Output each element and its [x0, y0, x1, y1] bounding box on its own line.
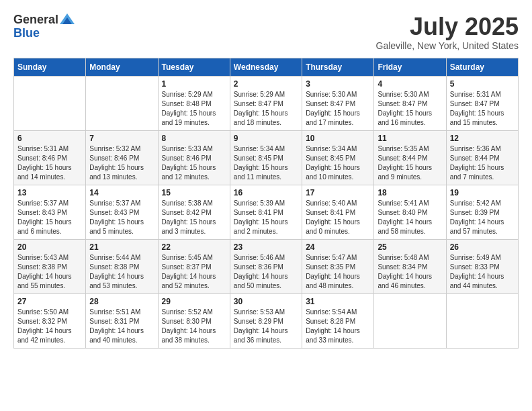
header-tuesday: Tuesday	[158, 58, 230, 76]
day-number: 21	[89, 242, 154, 252]
day-sun-info: Sunrise: 5:35 AMSunset: 8:44 PMDaylight:…	[378, 144, 442, 182]
day-number: 28	[89, 297, 154, 306]
logo-blue: Blue	[13, 26, 40, 40]
calendar-cell: 7Sunrise: 5:32 AMSunset: 8:46 PMDaylight…	[86, 130, 158, 185]
calendar-cell	[446, 293, 518, 348]
day-sun-info: Sunrise: 5:34 AMSunset: 8:45 PMDaylight:…	[234, 144, 298, 182]
day-number: 10	[306, 134, 370, 143]
day-number: 9	[234, 134, 298, 143]
day-sun-info: Sunrise: 5:37 AMSunset: 8:43 PMDaylight:…	[17, 199, 82, 236]
day-number: 25	[378, 242, 442, 252]
logo: General Blue	[13, 13, 75, 40]
calendar-cell: 2Sunrise: 5:29 AMSunset: 8:47 PMDaylight…	[230, 76, 302, 130]
location-title: Galeville, New York, United States	[376, 40, 519, 51]
day-number: 2	[234, 79, 298, 89]
calendar-cell: 20Sunrise: 5:43 AMSunset: 8:38 PMDayligh…	[14, 239, 86, 293]
calendar-cell: 18Sunrise: 5:41 AMSunset: 8:40 PMDayligh…	[374, 185, 446, 239]
calendar-cell: 14Sunrise: 5:37 AMSunset: 8:43 PMDayligh…	[86, 185, 158, 239]
day-sun-info: Sunrise: 5:51 AMSunset: 8:31 PMDaylight:…	[89, 308, 154, 345]
day-sun-info: Sunrise: 5:42 AMSunset: 8:39 PMDaylight:…	[450, 199, 515, 236]
calendar-cell: 5Sunrise: 5:31 AMSunset: 8:47 PMDaylight…	[446, 76, 518, 130]
day-number: 7	[89, 134, 154, 143]
calendar-week-row: 6Sunrise: 5:31 AMSunset: 8:46 PMDaylight…	[14, 130, 519, 185]
day-sun-info: Sunrise: 5:52 AMSunset: 8:30 PMDaylight:…	[162, 308, 226, 345]
day-sun-info: Sunrise: 5:34 AMSunset: 8:45 PMDaylight:…	[306, 144, 370, 182]
calendar-header-row: SundayMondayTuesdayWednesdayThursdayFrid…	[14, 58, 519, 76]
day-number: 1	[162, 79, 226, 89]
calendar-cell: 9Sunrise: 5:34 AMSunset: 8:45 PMDaylight…	[230, 130, 302, 185]
header-monday: Monday	[86, 58, 158, 76]
day-sun-info: Sunrise: 5:40 AMSunset: 8:41 PMDaylight:…	[306, 199, 370, 236]
day-sun-info: Sunrise: 5:30 AMSunset: 8:47 PMDaylight:…	[378, 90, 442, 128]
day-number: 5	[450, 79, 515, 89]
day-number: 14	[89, 188, 154, 197]
calendar-cell: 22Sunrise: 5:45 AMSunset: 8:37 PMDayligh…	[158, 239, 230, 293]
calendar-cell: 29Sunrise: 5:52 AMSunset: 8:30 PMDayligh…	[158, 293, 230, 348]
day-sun-info: Sunrise: 5:47 AMSunset: 8:35 PMDaylight:…	[306, 253, 370, 291]
day-number: 18	[378, 188, 442, 197]
calendar-cell: 21Sunrise: 5:44 AMSunset: 8:38 PMDayligh…	[86, 239, 158, 293]
day-number: 16	[234, 188, 298, 197]
calendar-cell: 30Sunrise: 5:53 AMSunset: 8:29 PMDayligh…	[230, 293, 302, 348]
calendar-cell: 4Sunrise: 5:30 AMSunset: 8:47 PMDaylight…	[374, 76, 446, 130]
calendar-week-row: 20Sunrise: 5:43 AMSunset: 8:38 PMDayligh…	[14, 239, 519, 293]
logo-general: General	[13, 13, 58, 27]
calendar-cell: 11Sunrise: 5:35 AMSunset: 8:44 PMDayligh…	[374, 130, 446, 185]
day-number: 13	[17, 188, 82, 197]
page-header: General Blue July 2025 Galeville, New Yo…	[13, 13, 519, 51]
day-number: 26	[450, 242, 515, 252]
calendar-week-row: 13Sunrise: 5:37 AMSunset: 8:43 PMDayligh…	[14, 185, 519, 239]
calendar-week-row: 1Sunrise: 5:29 AMSunset: 8:48 PMDaylight…	[14, 76, 519, 130]
day-number: 4	[378, 79, 442, 89]
day-number: 15	[162, 188, 226, 197]
calendar-cell: 24Sunrise: 5:47 AMSunset: 8:35 PMDayligh…	[302, 239, 374, 293]
calendar-cell	[14, 76, 86, 130]
day-sun-info: Sunrise: 5:53 AMSunset: 8:29 PMDaylight:…	[234, 308, 298, 345]
calendar-cell: 12Sunrise: 5:36 AMSunset: 8:44 PMDayligh…	[446, 130, 518, 185]
day-sun-info: Sunrise: 5:29 AMSunset: 8:47 PMDaylight:…	[234, 90, 298, 128]
day-sun-info: Sunrise: 5:31 AMSunset: 8:46 PMDaylight:…	[17, 144, 82, 182]
calendar-cell: 16Sunrise: 5:39 AMSunset: 8:41 PMDayligh…	[230, 185, 302, 239]
month-year-title: July 2025	[376, 13, 519, 40]
calendar-cell: 8Sunrise: 5:33 AMSunset: 8:46 PMDaylight…	[158, 130, 230, 185]
calendar-cell	[374, 293, 446, 348]
day-sun-info: Sunrise: 5:33 AMSunset: 8:46 PMDaylight:…	[162, 144, 226, 182]
day-number: 19	[450, 188, 515, 197]
header-friday: Friday	[374, 58, 446, 76]
calendar-week-row: 27Sunrise: 5:50 AMSunset: 8:32 PMDayligh…	[14, 293, 519, 348]
calendar-cell: 3Sunrise: 5:30 AMSunset: 8:47 PMDaylight…	[302, 76, 374, 130]
calendar-cell: 10Sunrise: 5:34 AMSunset: 8:45 PMDayligh…	[302, 130, 374, 185]
day-number: 20	[17, 242, 82, 252]
day-number: 29	[162, 297, 226, 306]
day-sun-info: Sunrise: 5:46 AMSunset: 8:36 PMDaylight:…	[234, 253, 298, 291]
day-sun-info: Sunrise: 5:41 AMSunset: 8:40 PMDaylight:…	[378, 199, 442, 236]
header-wednesday: Wednesday	[230, 58, 302, 76]
day-number: 22	[162, 242, 226, 252]
title-block: July 2025 Galeville, New York, United St…	[376, 13, 519, 51]
calendar-cell: 27Sunrise: 5:50 AMSunset: 8:32 PMDayligh…	[14, 293, 86, 348]
calendar-cell	[86, 76, 158, 130]
day-number: 8	[162, 134, 226, 143]
header-sunday: Sunday	[14, 58, 86, 76]
header-thursday: Thursday	[302, 58, 374, 76]
day-number: 23	[234, 242, 298, 252]
calendar-cell: 25Sunrise: 5:48 AMSunset: 8:34 PMDayligh…	[374, 239, 446, 293]
calendar-cell: 31Sunrise: 5:54 AMSunset: 8:28 PMDayligh…	[302, 293, 374, 348]
day-number: 12	[450, 134, 515, 143]
day-sun-info: Sunrise: 5:45 AMSunset: 8:37 PMDaylight:…	[162, 253, 226, 291]
day-sun-info: Sunrise: 5:31 AMSunset: 8:47 PMDaylight:…	[450, 90, 515, 128]
day-sun-info: Sunrise: 5:36 AMSunset: 8:44 PMDaylight:…	[450, 144, 515, 182]
day-number: 24	[306, 242, 370, 252]
day-sun-info: Sunrise: 5:37 AMSunset: 8:43 PMDaylight:…	[89, 199, 154, 236]
day-number: 17	[306, 188, 370, 197]
day-sun-info: Sunrise: 5:29 AMSunset: 8:48 PMDaylight:…	[162, 90, 226, 128]
calendar-cell: 23Sunrise: 5:46 AMSunset: 8:36 PMDayligh…	[230, 239, 302, 293]
day-sun-info: Sunrise: 5:50 AMSunset: 8:32 PMDaylight:…	[17, 308, 82, 345]
calendar-cell: 6Sunrise: 5:31 AMSunset: 8:46 PMDaylight…	[14, 130, 86, 185]
calendar-cell: 19Sunrise: 5:42 AMSunset: 8:39 PMDayligh…	[446, 185, 518, 239]
day-sun-info: Sunrise: 5:38 AMSunset: 8:42 PMDaylight:…	[162, 199, 226, 236]
day-number: 31	[306, 297, 370, 306]
calendar-cell: 15Sunrise: 5:38 AMSunset: 8:42 PMDayligh…	[158, 185, 230, 239]
day-sun-info: Sunrise: 5:49 AMSunset: 8:33 PMDaylight:…	[450, 253, 515, 291]
day-sun-info: Sunrise: 5:54 AMSunset: 8:28 PMDaylight:…	[306, 308, 370, 345]
